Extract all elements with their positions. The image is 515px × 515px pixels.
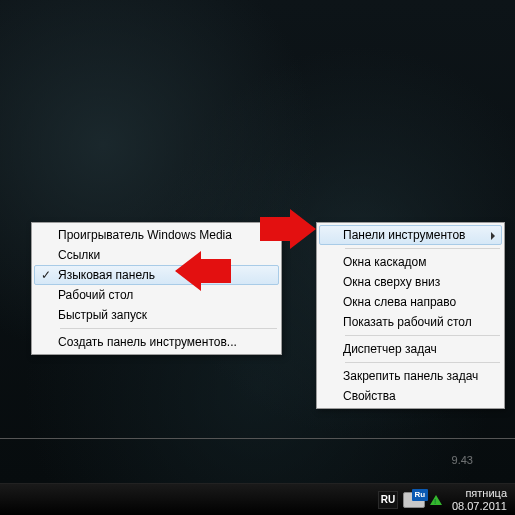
menu-item-new-toolbar[interactable]: Создать панель инструментов... xyxy=(34,332,279,352)
menu-item-label: Окна сверху вниз xyxy=(343,275,440,289)
system-tray: RU Ru пятница 08.07.2011 xyxy=(376,484,509,515)
date-label: 08.07.2011 xyxy=(452,500,507,513)
menu-item-properties[interactable]: Свойства xyxy=(319,386,502,406)
taskbar[interactable]: 9.43 RU Ru пятница 08.07.2011 xyxy=(0,483,515,515)
menu-item-label: Языковая панель xyxy=(58,268,155,282)
time-label: 9.43 xyxy=(452,454,473,466)
menu-item-desktop[interactable]: Рабочий стол xyxy=(34,285,279,305)
language-code: RU xyxy=(381,494,395,505)
menu-item-label: Свойства xyxy=(343,389,396,403)
keyboard-layout-icon[interactable]: Ru xyxy=(403,492,425,508)
weekday-label: пятница xyxy=(452,487,507,500)
menu-item-label: Ссылки xyxy=(58,248,100,262)
menu-item-label: Панели инструментов xyxy=(343,228,465,242)
svg-marker-0 xyxy=(260,209,316,249)
menu-item-label: Диспетчер задач xyxy=(343,342,437,356)
action-center-icon[interactable] xyxy=(430,495,442,505)
menu-item-links[interactable]: Ссылки xyxy=(34,245,279,265)
language-indicator[interactable]: RU xyxy=(378,491,398,509)
menu-item-show-desktop[interactable]: Показать рабочий стол xyxy=(319,312,502,332)
menu-item-label: Рабочий стол xyxy=(58,288,133,302)
tray-icons: RU Ru xyxy=(376,491,444,509)
menu-item-label: Окна слева направо xyxy=(343,295,456,309)
menu-item-toolbars[interactable]: Панели инструментов xyxy=(319,225,502,245)
menu-item-label: Создать панель инструментов... xyxy=(58,335,237,349)
taskbar-context-menu: Панели инструментов Окна каскадом Окна с… xyxy=(316,222,505,409)
keyboard-layout-badge: Ru xyxy=(412,489,428,501)
toolbars-submenu: Проигрыватель Windows Media Ссылки Языко… xyxy=(31,222,282,355)
menu-separator xyxy=(345,335,500,336)
menu-separator xyxy=(345,362,500,363)
menu-item-label: Показать рабочий стол xyxy=(343,315,472,329)
menu-item-lock-taskbar[interactable]: Закрепить панель задач xyxy=(319,366,502,386)
menu-item-stack-horizontal[interactable]: Окна слева направо xyxy=(319,292,502,312)
menu-separator xyxy=(60,328,277,329)
menu-item-label: Проигрыватель Windows Media xyxy=(58,228,232,242)
arrow-right-annotation xyxy=(260,209,316,249)
menu-item-task-manager[interactable]: Диспетчер задач xyxy=(319,339,502,359)
horizontal-divider xyxy=(0,438,515,439)
menu-separator xyxy=(345,248,500,249)
menu-item-label: Быстрый запуск xyxy=(58,308,147,322)
menu-item-quicklaunch[interactable]: Быстрый запуск xyxy=(34,305,279,325)
menu-item-cascade[interactable]: Окна каскадом xyxy=(319,252,502,272)
menu-item-label: Окна каскадом xyxy=(343,255,427,269)
menu-item-language-bar[interactable]: Языковая панель xyxy=(34,265,279,285)
clock-peek: 9.43 xyxy=(383,454,473,466)
menu-item-wmp[interactable]: Проигрыватель Windows Media xyxy=(34,225,279,245)
menu-item-label: Закрепить панель задач xyxy=(343,369,478,383)
svg-marker-1 xyxy=(175,251,231,291)
menu-item-stack-vertical[interactable]: Окна сверху вниз xyxy=(319,272,502,292)
arrow-left-annotation xyxy=(175,251,231,291)
tray-clock[interactable]: пятница 08.07.2011 xyxy=(450,487,509,513)
